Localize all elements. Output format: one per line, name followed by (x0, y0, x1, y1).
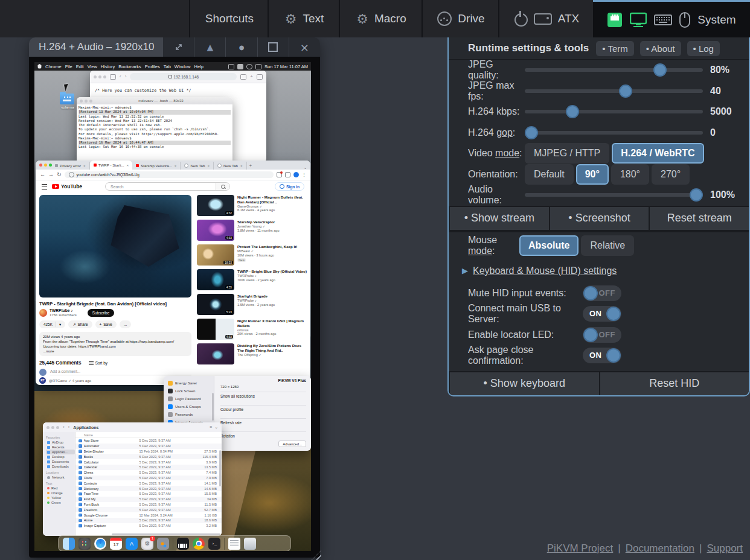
video-duration: 4:32 (225, 211, 233, 215)
video-channel: TWRPtube ♪ (237, 299, 275, 303)
orientation-options: Default90°180°270° (525, 164, 692, 185)
documents-icon (47, 460, 50, 463)
menu-macro[interactable]: ⚙ Macro (339, 0, 423, 37)
menu-system[interactable]: System (593, 0, 750, 37)
settings-item-icon (168, 404, 173, 409)
documentation-link[interactable]: Documentation (626, 542, 694, 554)
toggle-switch[interactable]: ON (583, 348, 621, 363)
finder-tag-item: Green (46, 500, 75, 505)
menu-drive[interactable]: Drive (421, 0, 499, 37)
mouse-mode-option[interactable]: Relative (581, 235, 634, 256)
menubar-menus: ChromeFileEditViewHistoryBookmarksProfil… (45, 64, 204, 69)
commenter-avatar: RT (39, 377, 46, 384)
panel-header-chip-button[interactable]: • About (640, 41, 681, 56)
expand-icon (175, 43, 183, 51)
youtube-logo: YouTube (52, 183, 82, 189)
video-duration: 5:23 (225, 310, 233, 314)
slider-knob[interactable] (619, 84, 632, 98)
menu-shortcuts[interactable]: Shortcuts (189, 0, 269, 37)
mouse-mode-option[interactable]: Absolute (519, 235, 579, 256)
pikvm-project-link[interactable]: PiKVM Project (547, 542, 614, 554)
orientation-option[interactable]: 180° (611, 164, 649, 185)
chrome-tab: New Tab × (214, 162, 247, 170)
menubar-menu-item: Tab (164, 64, 171, 69)
audio-volume-knob[interactable] (690, 188, 703, 202)
stream-raise-button[interactable]: ▲ (194, 37, 225, 57)
video-duration: 4:33 (225, 335, 233, 339)
support-link[interactable]: Support (707, 542, 743, 554)
chrome-tab: TWRP - Starli... × (90, 161, 132, 170)
new-tab-icon: + (250, 74, 253, 79)
settings-main-pane: PiKVM V4 Plus 720 × 1250 Show all resolu… (214, 376, 311, 451)
menu-atx[interactable]: ATX (498, 0, 594, 37)
document-dock-icon (228, 538, 240, 550)
back-icon: ← (40, 172, 45, 177)
remote-dock: 17 A ⚙1 ›_ (58, 535, 291, 551)
app-icon (79, 444, 82, 448)
slider-knob[interactable] (653, 63, 667, 77)
slider-track[interactable] (525, 131, 703, 135)
slider-knob[interactable] (525, 126, 538, 139)
app-icon (79, 524, 82, 527)
finder-section-label: Locations (46, 471, 75, 474)
panel-header-chip-button[interactable]: • Log (687, 41, 720, 56)
terminal-dock-icon: ›_ (208, 538, 220, 550)
slider-knob[interactable] (566, 105, 579, 118)
video-duration (231, 363, 233, 363)
stream-window: H.264 + Audio – 1920x10 ▲ ● × Chr (29, 37, 320, 558)
person-icon (280, 184, 284, 189)
tab-favicon (55, 164, 58, 167)
stream-action-button[interactable]: Reset stream (649, 207, 749, 230)
finder-sidebar-item-selected: Applicati... (46, 450, 75, 454)
hamburger-icon (42, 184, 47, 189)
menu-text[interactable]: ⚙ Text (268, 0, 340, 37)
description-line: Upcoming tour dates: https://TWRPband.co… (43, 344, 188, 349)
orientation-option[interactable]: 270° (652, 164, 690, 185)
menubar-status-area: Sun 17 Mar 11:07 AM (228, 64, 308, 69)
stream-fullscreen-button[interactable] (163, 37, 194, 57)
toggle-switch[interactable]: ON (583, 306, 621, 322)
orientation-option[interactable]: 90° (576, 164, 609, 185)
settings-sidebar-item: Passwords (164, 410, 214, 418)
audio-volume-track[interactable] (525, 193, 703, 197)
panel-header-chip-button[interactable]: • Term (596, 41, 633, 56)
stream-window-title[interactable]: H.264 + Audio – 1920x10 (29, 37, 163, 57)
finder-file-row: Books 5 Dec 2023, 9:37 AM 115.4 MB (75, 454, 222, 459)
remote-video-stream[interactable]: ChromeFileEditViewHistoryBookmarksProfil… (34, 62, 311, 551)
hid-action-button[interactable]: • Show keyboard (449, 372, 599, 395)
toggle-label: Mute HID input events: (468, 288, 583, 299)
video-mode-option[interactable]: H.264 / WebRTC (612, 143, 704, 164)
menubar-menu-item: File (65, 64, 72, 69)
orientation-option[interactable]: Default (525, 164, 574, 185)
midi-keyboard-dock-icon (177, 538, 189, 550)
launchpad-dock-icon (79, 538, 91, 550)
video-mode-option[interactable]: MJPEG / HTTP (525, 143, 609, 164)
toggle-row: Mute HID input events: OFF (449, 283, 749, 304)
stream-maximize-button[interactable] (257, 37, 289, 57)
terminal-line: The default interactive shell is now zsh… (79, 123, 231, 127)
finder-file-row: Home 5 Dec 2023, 9:37 AM 18.6 MB (75, 518, 222, 523)
advanced-button: Advanced... (278, 441, 306, 447)
slider-track[interactable] (525, 68, 703, 72)
stream-close-button[interactable]: × (289, 37, 320, 57)
comments-count: 25,445 Comments (39, 360, 82, 366)
toggle-switch[interactable]: OFF (583, 285, 621, 301)
tab-close-icon: × (240, 164, 243, 168)
stream-minimize-button[interactable]: ● (225, 37, 257, 57)
video-thumbnail: 4:33 (197, 220, 234, 241)
slider-track[interactable] (525, 89, 703, 93)
finder-tag-item: Orange (46, 491, 75, 495)
hid-action-button[interactable]: Reset HID (599, 372, 749, 395)
stream-action-button[interactable]: • Show stream (449, 207, 549, 230)
toggle-rows: Mute HID input events: OFF Connect main … (449, 283, 749, 366)
youtube-sidebar-item: 5:23 Starlight Brigade TWRPtube ♪ 1.5M v… (197, 294, 308, 315)
tab-favicon (94, 164, 97, 167)
toggle-switch[interactable]: OFF (583, 327, 621, 343)
list-view-icon: ≡ (210, 425, 212, 430)
stream-action-button[interactable]: • Screenshot (549, 207, 649, 230)
tab-close-icon: × (127, 163, 129, 167)
hid-settings-link[interactable]: Keyboard & Mouse (HID) settings (473, 266, 617, 276)
finder-file-row: Dictionary 5 Dec 2023, 9:37 AM 14.6 MB (75, 486, 222, 491)
user-avatar (39, 369, 46, 376)
slider-track[interactable] (525, 110, 703, 113)
